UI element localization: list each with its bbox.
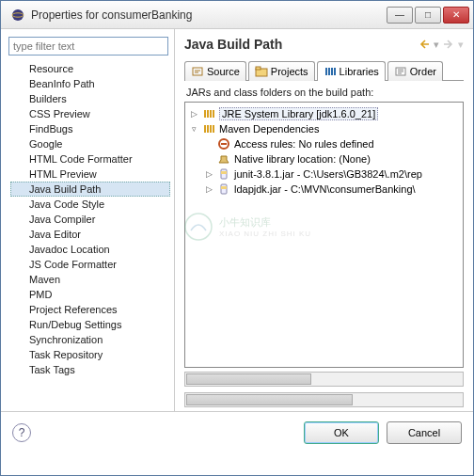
libraries-tree[interactable]: ▷JRE System Library [jdk1.6.0_21]▿Maven … <box>184 102 464 368</box>
jar-icon <box>217 167 230 181</box>
jar-icon <box>217 182 230 196</box>
order-icon <box>394 65 407 78</box>
page-panel: Java Build Path ▾ ▾ SourceProjectsLibrar… <box>175 29 473 411</box>
tab-source[interactable]: Source <box>184 61 246 81</box>
nav-item-resource[interactable]: Resource <box>10 61 170 76</box>
help-button[interactable]: ? <box>12 423 31 442</box>
forward-button <box>441 37 456 52</box>
nav-item-java-build-path[interactable]: Java Build Path <box>10 182 170 197</box>
nav-item-task-tags[interactable]: Task Tags <box>10 362 170 377</box>
panel-hscrollbar[interactable] <box>184 392 464 407</box>
nav-item-maven[interactable]: Maven <box>10 272 170 287</box>
svg-rect-4 <box>256 67 261 70</box>
tree-label: Access rules: No rules defined <box>234 138 374 150</box>
eclipse-icon <box>10 8 25 23</box>
page-header: Java Build Path ▾ ▾ <box>184 37 464 52</box>
nav-item-project-references[interactable]: Project References <box>10 302 170 317</box>
cancel-button[interactable]: Cancel <box>387 421 462 444</box>
nav-separator: ▾ <box>434 39 439 51</box>
svg-rect-2 <box>193 68 202 75</box>
scrollbar-thumb[interactable] <box>186 373 311 385</box>
nav-item-java-code-style[interactable]: Java Code Style <box>10 197 170 212</box>
scrollbar-thumb[interactable] <box>186 394 353 405</box>
tree-row[interactable]: Native library location: (None) <box>189 151 459 167</box>
window-title: Properties for consumerBanking <box>31 8 387 22</box>
nav-item-html-preview[interactable]: HTML Preview <box>10 167 170 182</box>
nav-item-pmd[interactable]: PMD <box>10 287 170 302</box>
tree-label: ldapjdk.jar - C:\MVN\consumerBanking\ <box>234 183 416 195</box>
twisty-icon[interactable]: ▿ <box>189 124 198 134</box>
tree-label: Native library location: (None) <box>234 153 371 165</box>
projects-icon <box>255 65 268 78</box>
tree-row[interactable]: ▷JRE System Library [jdk1.6.0_21] <box>189 106 459 121</box>
back-button[interactable] <box>417 37 432 52</box>
footer: ? OK Cancel <box>1 411 473 452</box>
nav-item-builders[interactable]: Builders <box>10 91 170 106</box>
nav-item-beaninfo-path[interactable]: BeanInfo Path <box>10 76 170 91</box>
tree-row[interactable]: Access rules: No rules defined <box>189 136 459 151</box>
twisty-icon <box>204 154 213 164</box>
nav-item-java-compiler[interactable]: Java Compiler <box>10 212 170 227</box>
filter-input[interactable] <box>8 37 168 56</box>
nav-item-synchronization[interactable]: Synchronization <box>10 332 170 347</box>
nav-item-run-debug-settings[interactable]: Run/Debug Settings <box>10 317 170 332</box>
tree-label: JRE System Library [jdk1.6.0_21] <box>219 107 378 120</box>
tree-label: junit-3.8.1.jar - C:\Users\GB3824\.m2\re… <box>234 168 422 180</box>
tab-bar: SourceProjectsLibrariesOrder <box>184 61 464 81</box>
twisty-icon[interactable]: ▷ <box>189 109 198 119</box>
nav-item-task-repository[interactable]: Task Repository <box>10 347 170 362</box>
nav-item-findbugs[interactable]: FindBugs <box>10 121 170 136</box>
tree-row[interactable]: ▷junit-3.8.1.jar - C:\Users\GB3824\.m2\r… <box>189 167 459 182</box>
library-icon <box>202 122 215 135</box>
twisty-icon[interactable]: ▷ <box>204 169 213 179</box>
ok-button[interactable]: OK <box>304 421 379 444</box>
maximize-button[interactable]: □ <box>415 7 441 24</box>
twisty-icon[interactable]: ▷ <box>204 184 213 194</box>
svg-rect-10 <box>221 186 227 189</box>
nav-item-javadoc-location[interactable]: Javadoc Location <box>10 242 170 257</box>
panel-label: JARs and class folders on the build path… <box>186 87 464 98</box>
libraries-icon <box>324 65 337 78</box>
nav-item-google[interactable]: Google <box>10 136 170 151</box>
tree-hscrollbar[interactable] <box>184 372 464 387</box>
svg-point-0 <box>12 9 24 21</box>
twisty-icon <box>204 139 213 149</box>
tree-row[interactable]: ▿Maven Dependencies <box>189 121 459 136</box>
tree-row[interactable]: ▷ldapjdk.jar - C:\MVN\consumerBanking\ <box>189 182 459 197</box>
titlebar: Properties for consumerBanking — □ ✕ <box>1 1 473 29</box>
tab-order[interactable]: Order <box>387 61 443 81</box>
rule-icon <box>217 137 230 151</box>
tab-libraries[interactable]: Libraries <box>317 61 386 81</box>
tree-label: Maven Dependencies <box>219 123 319 135</box>
nav-item-java-editor[interactable]: Java Editor <box>10 227 170 242</box>
nav-item-js-code-formatter[interactable]: JS Code Formatter <box>10 257 170 272</box>
native-icon <box>217 152 230 166</box>
tab-projects[interactable]: Projects <box>248 61 315 81</box>
nav-item-html-code-formatter[interactable]: HTML Code Formatter <box>10 151 170 167</box>
library-icon <box>202 107 215 120</box>
nav-item-css-preview[interactable]: CSS Preview <box>10 106 170 121</box>
nav-list: ResourceBeanInfo PathBuildersCSS Preview… <box>5 61 170 377</box>
page-title: Java Build Path <box>184 37 415 52</box>
nav-panel: ResourceBeanInfo PathBuildersCSS Preview… <box>1 29 175 411</box>
minimize-button[interactable]: — <box>387 7 413 24</box>
nav-separator-2: ▾ <box>458 39 464 51</box>
close-button[interactable]: ✕ <box>443 7 469 24</box>
window-buttons: — □ ✕ <box>387 7 469 24</box>
source-icon <box>191 65 204 78</box>
content: ResourceBeanInfo PathBuildersCSS Preview… <box>1 29 473 411</box>
svg-rect-8 <box>221 171 227 174</box>
